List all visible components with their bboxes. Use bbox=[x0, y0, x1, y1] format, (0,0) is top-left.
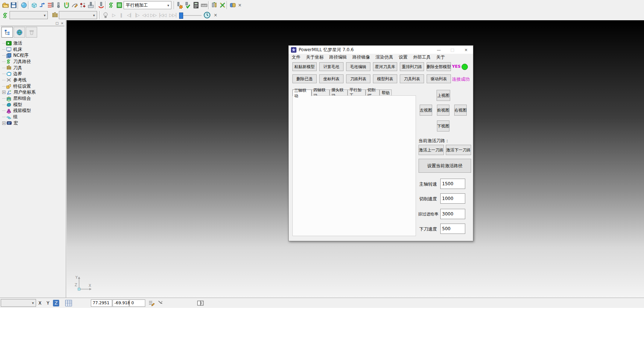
close-button[interactable]: × bbox=[462, 46, 470, 54]
expand-icon[interactable]: + bbox=[2, 91, 6, 94]
active-toolpath-combo[interactable]: 平行精加工 ▾ bbox=[124, 1, 171, 9]
machining-icon[interactable] bbox=[87, 1, 95, 9]
tool-list-button[interactable]: 刀具列表 bbox=[400, 74, 424, 83]
tree-item-patterns[interactable]: 参考线 bbox=[2, 77, 65, 83]
pages-icon[interactable] bbox=[197, 300, 204, 308]
menu-about[interactable]: 关于 bbox=[436, 54, 445, 60]
sim-speed-slider-handle[interactable] bbox=[179, 13, 183, 19]
open-project-icon[interactable] bbox=[1, 1, 10, 9]
tree-item-feature-sets[interactable]: 特征设置 bbox=[2, 83, 65, 89]
sim-pause-button[interactable]: ∥ bbox=[117, 11, 125, 19]
axis-z-button[interactable]: Z bbox=[53, 300, 59, 306]
tool-library-button[interactable]: 星河刀具库 bbox=[373, 62, 397, 71]
tree-item-groups[interactable]: 组 bbox=[2, 114, 65, 120]
view-right-button[interactable]: 右视图 bbox=[454, 105, 467, 116]
view-top-button[interactable]: 上视图 bbox=[437, 90, 450, 101]
coord-list-button[interactable]: 坐标列表 bbox=[319, 74, 344, 83]
tab-parallel[interactable]: 平行加工 bbox=[348, 89, 366, 96]
block-icon[interactable] bbox=[30, 1, 38, 9]
tree-item-stock-models[interactable]: 残留模型 bbox=[2, 108, 65, 114]
menu-external-tools[interactable]: 外部工具 bbox=[413, 54, 431, 60]
tab-globe[interactable] bbox=[14, 27, 25, 38]
edit-block-button[interactable]: 毛坯编辑 bbox=[346, 62, 370, 71]
toolpath-list-button[interactable]: 刀路列表 bbox=[346, 74, 370, 83]
tree-item-nc-programs[interactable]: NC程序 bbox=[2, 52, 65, 59]
list-edit-icon[interactable] bbox=[148, 300, 155, 308]
menu-path-mirror[interactable]: 路径镜像 bbox=[352, 54, 370, 60]
probe-cursor-icon[interactable] bbox=[157, 300, 164, 308]
tree-item-workplanes[interactable]: +用户坐标系 bbox=[2, 89, 65, 96]
collision-check-icon[interactable] bbox=[176, 1, 184, 9]
tree-item-macros[interactable]: +宏 bbox=[2, 120, 65, 126]
menu-file[interactable]: 文件 bbox=[292, 54, 300, 60]
coord-z-field[interactable]: 0 bbox=[129, 299, 145, 307]
sphere-icon[interactable] bbox=[20, 1, 28, 9]
grid-icon[interactable] bbox=[65, 300, 72, 308]
simulate-verify-icon[interactable] bbox=[184, 1, 192, 9]
feature-set-icon[interactable] bbox=[79, 1, 87, 9]
feeds-speeds-icon[interactable] bbox=[38, 1, 46, 9]
sim-tool-combo[interactable]: ▾ bbox=[59, 11, 97, 19]
plunge-speed-input[interactable] bbox=[440, 224, 465, 234]
minimize-button[interactable]: — bbox=[434, 46, 443, 54]
tree-item-toolpaths[interactable]: 刀具路径 bbox=[2, 59, 65, 65]
tab-help[interactable]: 帮助 bbox=[380, 89, 392, 96]
panel-drag-handle[interactable]: □ × bbox=[1, 21, 64, 27]
sim-to-end-button[interactable]: ▷▷| bbox=[168, 11, 178, 19]
sim-step-forward-button[interactable]: |▷ bbox=[133, 11, 141, 19]
rearrange-toolpaths-button[interactable]: 重排列刀路 bbox=[400, 62, 424, 71]
toolpath-icon[interactable] bbox=[107, 1, 115, 9]
boundary-icon[interactable] bbox=[63, 1, 71, 9]
clock-icon[interactable] bbox=[203, 11, 211, 19]
save-project-icon[interactable] bbox=[10, 1, 18, 9]
paste-new-model-button[interactable]: 粘贴新模型 bbox=[292, 62, 317, 71]
cutting-speed-input[interactable] bbox=[440, 193, 465, 204]
skim-feedrate-input[interactable] bbox=[440, 209, 465, 219]
pattern-icon[interactable] bbox=[71, 1, 79, 9]
sim-to-start-button[interactable]: |◁◁ bbox=[157, 11, 168, 19]
dialog-titlebar[interactable]: PowerMILL 忆梦星河 7.0.6 — □ × bbox=[289, 46, 473, 54]
drive-list-button[interactable]: 驱动列表 bbox=[427, 74, 451, 83]
sim-rewind-button[interactable]: ◁◁ bbox=[141, 11, 149, 19]
tab-head[interactable]: 摆头联动 bbox=[330, 89, 348, 96]
drill-icon[interactable] bbox=[97, 1, 105, 9]
compare-models-icon[interactable] bbox=[229, 1, 237, 9]
view-bottom-button[interactable]: 下视图 bbox=[437, 120, 449, 131]
sim-play-button[interactable]: ▷ bbox=[110, 11, 118, 19]
tree-item-machine[interactable]: 机床 bbox=[2, 46, 65, 53]
model-list-button[interactable]: 模型列表 bbox=[373, 74, 397, 83]
menu-path-edit[interactable]: 路径编辑 bbox=[329, 54, 347, 60]
panel-float-button[interactable]: □ bbox=[55, 21, 59, 25]
set-active-path-button[interactable]: 设置当前激活路径 bbox=[419, 159, 471, 173]
leads-links-icon[interactable] bbox=[218, 1, 227, 9]
view-left-button[interactable]: 左视图 bbox=[420, 105, 432, 116]
tab-saw[interactable]: 切割锯 bbox=[366, 89, 380, 96]
lamp-icon[interactable] bbox=[102, 11, 110, 19]
measure-icon[interactable] bbox=[200, 1, 208, 9]
spindle-speed-input[interactable] bbox=[440, 179, 465, 189]
tree-item-activate[interactable]: 激活 bbox=[2, 40, 65, 46]
tool-icon[interactable] bbox=[54, 1, 63, 9]
status-combo[interactable]: ▾ bbox=[1, 299, 36, 307]
maximize-button[interactable]: □ bbox=[448, 46, 457, 54]
coord-x-field[interactable]: 77.2951 bbox=[91, 299, 112, 307]
tab-4axis[interactable]: 四轴联动 bbox=[312, 89, 330, 96]
menu-render-sim[interactable]: 渲染仿真 bbox=[376, 54, 393, 60]
tab-explorer[interactable] bbox=[1, 27, 13, 38]
tree-item-boundaries[interactable]: 边界 bbox=[2, 71, 65, 77]
sim-toolbar-close-button[interactable]: × bbox=[213, 11, 218, 19]
sim-toolpath-combo[interactable]: ▾ bbox=[10, 11, 48, 19]
calc-block-button[interactable]: 计算毛坯 bbox=[319, 62, 344, 71]
menu-coords[interactable]: 关于坐标 bbox=[306, 54, 324, 60]
tab-recycle[interactable] bbox=[26, 27, 37, 38]
calculator-icon[interactable] bbox=[192, 1, 200, 9]
toolbar-close-button[interactable]: × bbox=[237, 1, 243, 9]
axis-y-button[interactable]: Y bbox=[45, 300, 51, 306]
rapid-moves-icon[interactable] bbox=[46, 1, 54, 9]
toolpath-list-icon[interactable] bbox=[115, 1, 124, 9]
sim-step-back-button[interactable]: ◁| bbox=[125, 11, 133, 19]
tree-item-tools[interactable]: 刀具 bbox=[2, 65, 65, 71]
delete-selected-button[interactable]: 删除已选 bbox=[292, 74, 317, 83]
axis-x-button[interactable]: X bbox=[37, 300, 43, 306]
panel-close-button[interactable]: × bbox=[60, 21, 64, 25]
